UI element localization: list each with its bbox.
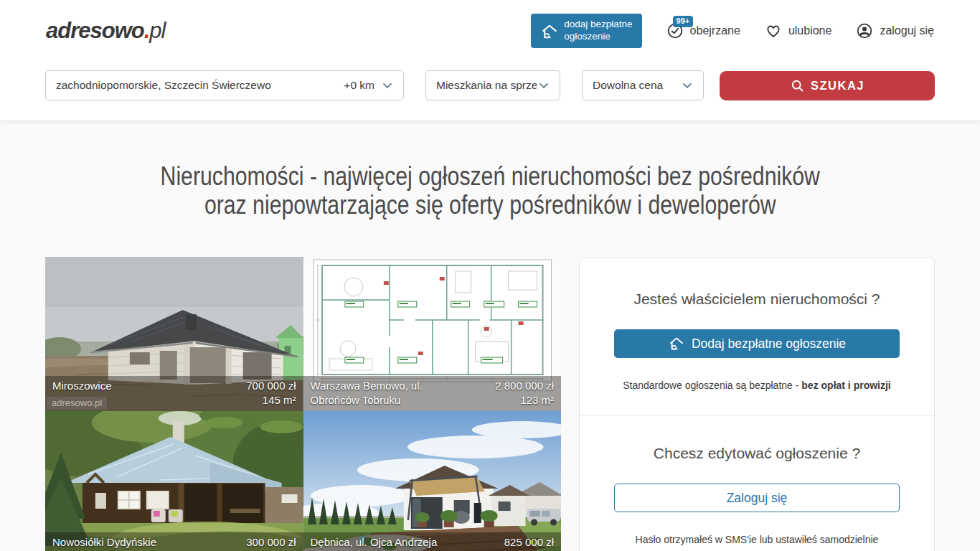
listing-name: Nowosiółki Dydyńskie: [52, 535, 156, 551]
add-listing-button[interactable]: dodaj bezpłatne ogłoszenie: [531, 14, 641, 48]
listing-card[interactable]: Warszawa Bemowo, ul. Obrońców Tobruku 2 …: [303, 257, 562, 411]
page-title-line2: oraz niepowtarzające się oferty pośredni…: [204, 191, 776, 220]
listing-overlay: Warszawa Bemowo, ul. Obrońców Tobruku 2 …: [303, 376, 562, 411]
login-link[interactable]: zaloguj się: [856, 22, 934, 39]
chevron-down-icon: [680, 78, 694, 93]
property-type-value: Mieszkania na sprzeda: [436, 79, 537, 92]
listing-price-area: 300 000 zł: [246, 535, 296, 551]
viewed-link[interactable]: 99+ obejrzane: [666, 22, 740, 39]
listing-overlay: Dębnica, ul. Ojca Andrzeja 825 000 zł: [303, 532, 562, 551]
wooden-cabin-photo: [45, 411, 303, 551]
favorites-label: ulubione: [788, 24, 832, 37]
location-value: zachodniopomorskie, Szczecin Świerczewo: [56, 79, 344, 92]
search-button[interactable]: SZUKAJ: [720, 71, 935, 100]
owner-cta-section: Jesteś właścicielem nieruchomości ? Doda…: [580, 258, 934, 415]
listing-price: 825 000 zł: [504, 536, 554, 548]
user-circle-icon: [856, 22, 873, 39]
login-button[interactable]: Zaloguj się: [614, 484, 900, 512]
listing-price-area: 825 000 zł: [504, 535, 554, 551]
favorites-link[interactable]: ulubione: [765, 22, 832, 39]
modern-house-photo: [303, 411, 562, 551]
add-listing-label: dodaj bezpłatne ogłoszenie: [564, 19, 632, 43]
chevron-down-icon: [537, 78, 551, 93]
edit-heading: Chcesz edytować ogłoszenie ?: [614, 445, 900, 462]
radius-value[interactable]: +0 km: [344, 79, 374, 92]
add-free-listing-button[interactable]: Dodaj bezpłatne ogłoszenie: [614, 329, 900, 358]
main-content: Miroszowice 700 000 zł 145 m² adresowo.p…: [0, 257, 980, 551]
viewed-label: obejrzane: [690, 24, 740, 37]
listing-price-area: 2 800 000 zł 123 m²: [495, 379, 554, 408]
listing-price: 300 000 zł: [246, 536, 296, 548]
location-input[interactable]: zachodniopomorskie, Szczecin Świerczewo …: [45, 70, 404, 100]
listing-card[interactable]: Miroszowice 700 000 zł 145 m² adresowo.p…: [45, 257, 303, 411]
listing-area: 145 m²: [263, 394, 296, 406]
search-bar: zachodniopomorskie, Szczecin Świerczewo …: [0, 62, 980, 121]
page-title-line1: Nieruchomości - najwięcej ogłoszeń nieru…: [160, 162, 819, 191]
photo-watermark: adresowo.pl: [47, 397, 107, 410]
edit-cta-section: Chcesz edytować ogłoszenie ? Zaloguj się…: [580, 415, 934, 551]
listing-price: 700 000 zł: [246, 380, 296, 392]
owner-note: Standardowe ogłoszenia są bezpłatne - be…: [614, 380, 900, 391]
listing-area: 123 m²: [520, 394, 554, 406]
login-label: zaloguj się: [880, 24, 934, 37]
logo[interactable]: adresowo.pl: [46, 18, 165, 44]
price-select[interactable]: Dowolna cena: [582, 70, 704, 100]
listing-overlay: Nowosiółki Dydyńskie 300 000 zł: [45, 532, 303, 551]
check-circle-icon: 99+: [666, 22, 684, 39]
hero: Nieruchomości - najwięcej ogłoszeń nieru…: [0, 162, 980, 220]
header-top: adresowo.pl dodaj bezpłatne ogłoszenie: [0, 0, 980, 62]
viewed-count-badge: 99+: [673, 16, 694, 27]
page-title: Nieruchomości - najwięcej ogłoszeń nieru…: [0, 162, 980, 220]
header-actions: dodaj bezpłatne ogłoszenie 99+ obejrzane: [531, 14, 934, 48]
house-add-icon: [540, 22, 557, 39]
edit-note: Hasło otrzymałeś w SMS'ie lub ustawiłeś …: [614, 534, 900, 545]
listing-card[interactable]: Dębnica, ul. Ojca Andrzeja 825 000 zł: [303, 411, 562, 551]
chevron-down-icon: [380, 78, 395, 93]
heart-icon: [765, 22, 782, 39]
listings-grid: Miroszowice 700 000 zł 145 m² adresowo.p…: [45, 257, 561, 551]
property-type-select[interactable]: Mieszkania na sprzeda: [425, 70, 560, 100]
listing-card[interactable]: Nowosiółki Dydyńskie 300 000 zł: [45, 411, 303, 551]
sidebar: Jesteś właścicielem nieruchomości ? Doda…: [579, 257, 935, 551]
add-free-listing-label: Dodaj bezpłatne ogłoszenie: [692, 336, 846, 352]
search-icon: [790, 78, 805, 93]
price-value: Dowolna cena: [593, 79, 680, 92]
search-button-label: SZUKAJ: [811, 79, 864, 93]
logo-text-main: adresowo: [46, 18, 144, 43]
listing-price: 2 800 000 zł: [495, 380, 554, 392]
listing-price-area: 700 000 zł 145 m²: [246, 379, 296, 408]
owner-heading: Jesteś właścicielem nieruchomości ?: [614, 291, 900, 308]
house-add-icon: [668, 335, 685, 352]
listing-name: Warszawa Bemowo, ul. Obrońców Tobruku: [311, 379, 440, 408]
header: adresowo.pl dodaj bezpłatne ogłoszenie: [0, 0, 980, 121]
logo-text-suffix: pl: [149, 18, 165, 43]
listing-name: Dębnica, ul. Ojca Andrzeja: [311, 535, 438, 551]
